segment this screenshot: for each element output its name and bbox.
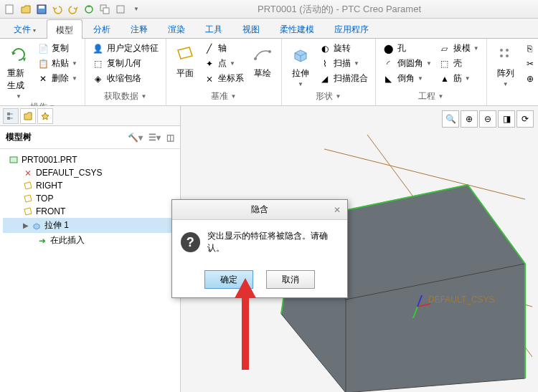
windows-icon[interactable] xyxy=(98,2,112,16)
tree-item-extrude[interactable]: ▶ 拉伸 1 xyxy=(3,218,177,233)
close-win-icon[interactable] xyxy=(113,2,128,16)
user-icon: 👤 xyxy=(93,43,104,54)
tree-item-front[interactable]: FRONT xyxy=(3,205,177,218)
round-button[interactable]: ◜倒圆角 ▼ xyxy=(382,57,433,70)
tab-model[interactable]: 模型 xyxy=(47,19,82,39)
plane-button[interactable]: 平面 xyxy=(172,42,198,81)
cancel-button[interactable]: 取消 xyxy=(266,270,315,289)
svg-rect-5 xyxy=(103,8,109,14)
tree-tool-hammer-icon[interactable]: 🔨▾ xyxy=(128,133,143,143)
sweep-button[interactable]: ⌇扫描 ▼ xyxy=(318,57,369,70)
svg-point-8 xyxy=(268,50,271,53)
round-icon: ◜ xyxy=(383,58,395,70)
regenerate-button[interactable]: 重新生成 ▼ xyxy=(6,42,32,101)
csys-button[interactable]: ⨯坐标系 xyxy=(202,72,245,85)
group-getdata: 👤用户定义特征 ⬚复制几何 ◈收缩包络 获取数据 ▼ xyxy=(85,39,166,105)
blend-icon: ◢ xyxy=(319,73,331,85)
axis-button[interactable]: ╱轴 xyxy=(202,42,245,55)
tab-analysis[interactable]: 分析 xyxy=(84,19,120,38)
paste-button[interactable]: 📋粘贴 ▼ xyxy=(36,57,79,70)
merge-icon: ⊕ xyxy=(524,73,536,85)
user-feature-button[interactable]: 👤用户定义特征 xyxy=(91,42,160,55)
sweep-icon: ⌇ xyxy=(319,58,331,70)
trim-icon: ✂ xyxy=(524,58,536,70)
tree-tool-settings-icon[interactable]: ☰▾ xyxy=(148,133,161,143)
delete-button[interactable]: ✕删除 ▼ xyxy=(36,72,79,85)
rib-button[interactable]: ▲筋 ▼ xyxy=(438,72,481,85)
tree-item-top[interactable]: TOP xyxy=(3,192,177,205)
hole-icon: ⬤ xyxy=(383,43,395,54)
group-operations: 重新生成 ▼ 📄复制 📋粘贴 ▼ ✕删除 ▼ 操作 ▼ xyxy=(0,39,85,105)
revolve-button[interactable]: ◐旋转 xyxy=(318,42,369,55)
pattern-icon xyxy=(494,43,517,66)
shell-button[interactable]: ⬚壳 xyxy=(438,57,481,70)
tab-tools[interactable]: 工具 xyxy=(196,19,232,38)
tab-view[interactable]: 视图 xyxy=(233,19,269,38)
group-datum: 平面 ╱轴 ✦点 ▼ ⨯坐标系 草绘 基准 ▼ xyxy=(166,39,282,105)
dialog-close-icon[interactable]: ✕ xyxy=(331,204,343,216)
redo-icon[interactable] xyxy=(66,2,80,16)
tab-flex[interactable]: 柔性建模 xyxy=(270,19,324,38)
part-icon xyxy=(9,155,19,165)
hole-button[interactable]: ⬤孔 xyxy=(382,42,433,55)
tree-root[interactable]: PRT0001.PRT xyxy=(3,153,177,166)
mirror-button[interactable]: ⎘镜像 xyxy=(523,42,538,55)
pattern-button[interactable]: 阵列 ▼ xyxy=(493,42,519,89)
tab-file[interactable]: 文件 ▾ xyxy=(4,19,45,38)
extrude-tree-icon xyxy=(32,221,42,231)
model-tree-panel: 模型树 🔨▾ ☰▾ ◫ PRT0001.PRT ⨯ DEFAULT_CSYS R… xyxy=(0,106,181,392)
new-icon[interactable] xyxy=(3,2,17,16)
rib-icon: ▲ xyxy=(439,73,450,85)
regen-icon[interactable] xyxy=(82,2,96,16)
tree-tool-filter-icon[interactable]: ◫ xyxy=(166,133,174,143)
blend-button[interactable]: ◢扫描混合 xyxy=(318,72,369,85)
group-pattern: 阵列 ▼ ⎘镜像 ✂修剪 ⊕合并 xyxy=(487,39,538,105)
shell-icon: ⬚ xyxy=(439,58,450,70)
save-icon[interactable] xyxy=(34,2,49,16)
plane-icon xyxy=(174,43,197,66)
expand-icon[interactable]: ▶ xyxy=(23,221,29,229)
csys-tree-icon: ⨯ xyxy=(23,168,33,178)
undo-icon[interactable] xyxy=(50,2,65,16)
tree-item-csys[interactable]: ⨯ DEFAULT_CSYS xyxy=(3,166,177,179)
shrink-icon: ◈ xyxy=(93,73,104,85)
copy-geom-button[interactable]: ⬚复制几何 xyxy=(91,57,160,70)
group-label-shape: 形状 ▼ xyxy=(288,90,369,102)
tree-tab-folder-icon[interactable] xyxy=(20,108,36,124)
tree-title: 模型树 xyxy=(6,131,32,143)
svg-point-10 xyxy=(506,49,509,52)
tab-apps[interactable]: 应用程序 xyxy=(325,19,378,38)
tree-tab-fav-icon[interactable] xyxy=(37,108,53,124)
svg-rect-2 xyxy=(39,6,44,9)
chamfer-button[interactable]: ◣倒角 ▼ xyxy=(382,72,433,85)
ok-button[interactable]: 确定 xyxy=(204,270,253,289)
draft-button[interactable]: ▱拔模 ▼ xyxy=(438,42,481,55)
trim-button[interactable]: ✂修剪 xyxy=(523,57,538,70)
window-title: PRT0001 (活动的) - PTC Creo Paramet xyxy=(143,3,535,16)
tree-item-right[interactable]: RIGHT xyxy=(3,179,177,192)
svg-rect-13 xyxy=(7,113,10,115)
extrude-button[interactable]: 拉伸 ▼ xyxy=(288,42,313,89)
svg-rect-15 xyxy=(10,157,17,163)
merge-button[interactable]: ⊕合并 xyxy=(523,72,538,85)
qat-dropdown-icon[interactable]: ▼ xyxy=(129,2,143,16)
tree-item-insert[interactable]: ➜ 在此插入 xyxy=(3,233,177,248)
plane-tree-icon xyxy=(23,206,33,216)
tab-annotate[interactable]: 注释 xyxy=(121,19,157,38)
chevron-down-icon: ▼ xyxy=(16,93,22,100)
regenerate-icon xyxy=(7,43,30,66)
point-button[interactable]: ✦点 ▼ xyxy=(202,57,245,70)
tree-tab-model-icon[interactable] xyxy=(3,108,19,124)
tab-render[interactable]: 渲染 xyxy=(159,19,194,38)
shrinkwrap-button[interactable]: ◈收缩包络 xyxy=(91,72,160,85)
copy-button[interactable]: 📄复制 xyxy=(36,42,79,55)
sketch-button[interactable]: 草绘 xyxy=(250,42,275,81)
copy-icon: 📄 xyxy=(37,43,49,54)
mirror-icon: ⎘ xyxy=(524,43,536,54)
revolve-icon: ◐ xyxy=(319,43,331,54)
point-icon: ✦ xyxy=(204,58,215,70)
open-icon[interactable] xyxy=(19,2,33,16)
group-shape: 拉伸 ▼ ◐旋转 ⌇扫描 ▼ ◢扫描混合 形状 ▼ xyxy=(282,39,376,105)
svg-point-12 xyxy=(506,54,509,57)
insert-icon: ➜ xyxy=(37,236,47,246)
